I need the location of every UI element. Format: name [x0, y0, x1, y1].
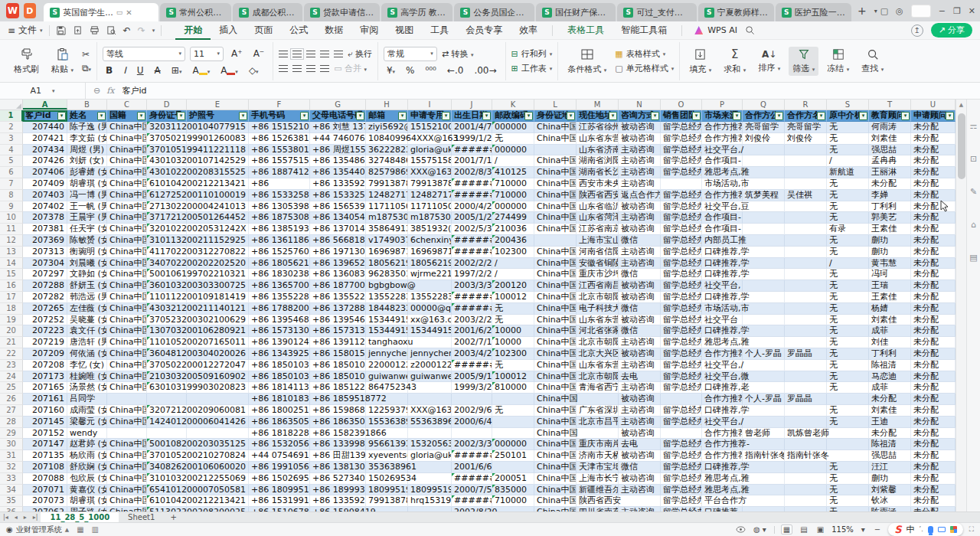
cell[interactable]: China中国: [534, 258, 577, 270]
cell[interactable]: 511302200208200025: [147, 507, 187, 511]
cell[interactable]: 无: [827, 405, 869, 417]
row-number[interactable]: 36: [0, 507, 23, 511]
cell[interactable]: 未分配: [911, 178, 956, 190]
cell[interactable]: 合作项目-: [702, 212, 743, 224]
cell[interactable]: 000000: [492, 122, 534, 133]
cell[interactable]: 主动咨询: [619, 155, 661, 167]
header-cell-B[interactable]: 姓名▾: [67, 110, 107, 122]
cell[interactable]: 360103200303300725: [147, 280, 187, 292]
cell[interactable]: +86 18501030: [249, 371, 310, 383]
normal-view-button[interactable]: ▦: [781, 525, 792, 534]
cell[interactable]: 无: [492, 315, 534, 326]
cell[interactable]: China中国: [534, 212, 577, 224]
cell[interactable]: 无: [827, 485, 869, 496]
cell[interactable]: China中国: [107, 155, 147, 167]
page-layout-view-button[interactable]: ▤: [799, 525, 808, 534]
print-preview-icon[interactable]: [106, 25, 116, 35]
cell[interactable]: 陈雨涵: [869, 507, 911, 511]
cell[interactable]: 留学总经办: [661, 473, 702, 485]
cell[interactable]: 799138782: [366, 495, 408, 507]
cell[interactable]: 新疆维吾尔: [577, 485, 619, 496]
cell[interactable]: China中国: [107, 235, 147, 247]
menu-item-效率[interactable]: 效率: [511, 21, 546, 40]
cell[interactable]: 153449155: [366, 315, 408, 326]
cell[interactable]: 360481200304020026: [147, 348, 187, 360]
cell[interactable]: 117110505: [408, 201, 452, 213]
cell[interactable]: [785, 258, 827, 270]
cell[interactable]: 被动咨询: [619, 348, 661, 360]
cell[interactable]: China中国: [534, 348, 577, 360]
cell[interactable]: China中国: [534, 507, 577, 511]
sogou-logo-icon[interactable]: S: [894, 524, 901, 535]
find-button[interactable]: 查找 ▾: [858, 47, 887, 76]
formula-input[interactable]: 客户id: [122, 83, 147, 99]
cell[interactable]: 主动咨询: [619, 360, 661, 371]
cell[interactable]: 留学总经办: [661, 280, 702, 292]
cell[interactable]: 王丽淋: [869, 167, 911, 178]
cell[interactable]: 2002/7/16: [452, 337, 492, 348]
cell[interactable]: +86 18501030: [249, 360, 310, 371]
cell[interactable]: +86 1335925706: [310, 178, 366, 190]
cell[interactable]: +86 13851932: [249, 224, 310, 235]
cell[interactable]: 未分配: [911, 382, 956, 394]
cell[interactable]: China中国: [534, 439, 577, 450]
cell[interactable]: 207313: [23, 247, 67, 258]
menu-item-视图[interactable]: 视图: [387, 21, 422, 40]
cell[interactable]: China中国: [534, 360, 577, 371]
cell[interactable]: 口碑推荐,学: [702, 269, 743, 280]
cell[interactable]: 未分配: [911, 292, 956, 303]
cell[interactable]: [827, 394, 869, 405]
cell[interactable]: 207440: [23, 122, 67, 133]
cell[interactable]: +86 1381305800: [310, 462, 366, 473]
cell[interactable]: [187, 428, 249, 440]
cell[interactable]: [827, 439, 869, 450]
cell[interactable]: 610104200212213421: [147, 495, 187, 507]
cell[interactable]: 合作方推荐: [702, 133, 743, 145]
cell[interactable]: 亮哥留学: [743, 122, 785, 133]
cell[interactable]: 207297: [23, 269, 67, 280]
cell[interactable]: [187, 394, 249, 405]
cell[interactable]: +86 1859518772: [310, 394, 366, 405]
cell[interactable]: 主动咨询: [619, 337, 661, 348]
cell[interactable]: [785, 155, 827, 167]
cell[interactable]: 未分配: [911, 450, 956, 462]
cell[interactable]: 150269534: [366, 473, 408, 485]
cell[interactable]: 合作方推荐: [702, 348, 743, 360]
worksheet-button[interactable]: ⊞工作表▾: [511, 63, 553, 74]
cell[interactable]: XXX@163.: [408, 167, 452, 178]
mic-icon[interactable]: [928, 526, 933, 534]
cell[interactable]: China中国: [107, 280, 147, 292]
header-cell-D[interactable]: 身份证号▾: [147, 110, 187, 122]
cell[interactable]: 无: [827, 473, 869, 485]
cell[interactable]: 2002/5/31: [452, 224, 492, 235]
cell[interactable]: 湖南省长沙: [577, 167, 619, 178]
cell[interactable]: 成菲: [869, 325, 911, 337]
tab-list-caret-icon[interactable]: ▾: [871, 8, 880, 15]
cell[interactable]: +86 1354866895: [310, 155, 366, 167]
cell[interactable]: +86 1851229020: [310, 382, 366, 394]
row-number[interactable]: 34: [0, 485, 23, 496]
cell[interactable]: 207265: [23, 303, 67, 315]
cell[interactable]: 无: [827, 360, 869, 371]
row-number[interactable]: 1: [0, 110, 23, 122]
cell[interactable]: 市场活动,市: [702, 303, 743, 315]
cell[interactable]: [785, 178, 827, 190]
cell[interactable]: [147, 394, 187, 405]
row-number[interactable]: 25: [0, 382, 23, 394]
cell[interactable]: China中国: [107, 167, 147, 178]
row-number[interactable]: 5: [0, 155, 23, 167]
cell[interactable]: 被动咨询: [619, 122, 661, 133]
cell[interactable]: 梁馨元 (女: [67, 417, 107, 428]
cell[interactable]: 山东省临沂: [577, 201, 619, 213]
cell[interactable]: +86 13552283: [249, 292, 310, 303]
cell[interactable]: 雅思考点,雅: [702, 167, 743, 178]
cell[interactable]: 杨欣雨 (女: [67, 450, 107, 462]
filter-dropdown-icon[interactable]: ▾: [692, 112, 701, 120]
cell[interactable]: 口碑推荐,: [702, 507, 743, 511]
header-cell-G[interactable]: 父母电话号码▾: [310, 110, 366, 122]
cell[interactable]: 153449155: [366, 325, 408, 337]
cell[interactable]: 社交平台,微: [702, 371, 743, 383]
cell[interactable]: 2001/6/28: [452, 325, 492, 337]
header-cell-S[interactable]: 原中介机▾: [827, 110, 869, 122]
cell[interactable]: [619, 495, 661, 507]
